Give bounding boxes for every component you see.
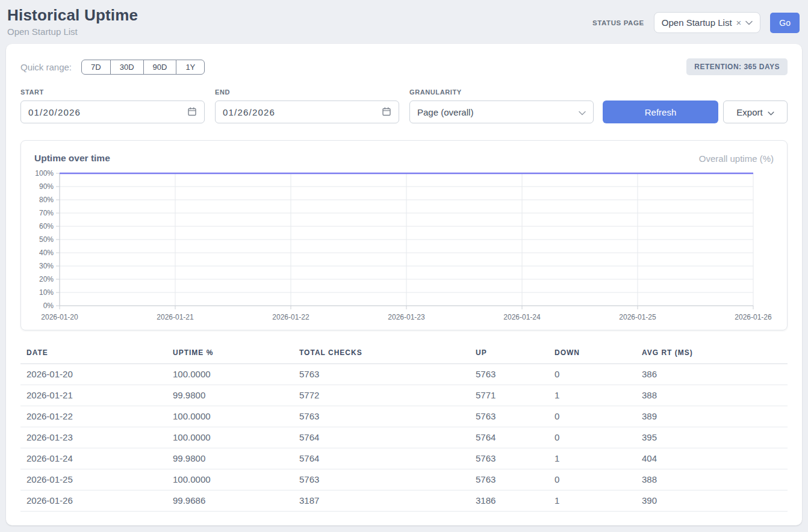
svg-text:60%: 60% (39, 222, 54, 230)
table-cell: 388 (636, 469, 788, 490)
table-cell: 0 (549, 427, 636, 448)
chevron-down-icon (579, 107, 586, 117)
quick-range-7d[interactable]: 7D (81, 60, 111, 75)
status-page-select[interactable]: Open Startup List × (654, 12, 761, 33)
table-cell: 1 (549, 385, 636, 406)
table-cell: 100.0000 (167, 469, 293, 490)
table-cell: 5763 (470, 406, 549, 427)
table-cell: 395 (636, 427, 788, 448)
table-cell: 3186 (470, 490, 549, 512)
svg-text:2026-01-23: 2026-01-23 (388, 313, 425, 321)
table-cell: 0 (549, 364, 636, 385)
chart-title: Uptime over time (34, 153, 110, 164)
table-cell: 5763 (470, 448, 549, 469)
chart-axis-labels: 0%10%20%30%40%50%60%70%80%90%100%2026-01… (35, 169, 772, 321)
table-cell: 0 (549, 406, 636, 427)
table-cell: 5763 (293, 406, 470, 427)
start-date-field: START 01/20/2026 (20, 88, 205, 123)
table-cell: 5763 (470, 364, 549, 385)
table-cell: 2026-01-25 (20, 469, 167, 490)
svg-text:70%: 70% (39, 209, 54, 217)
chart-header: Uptime over time Overall uptime (%) (33, 153, 775, 164)
table-cell: 100.0000 (167, 427, 293, 448)
table-cell: 1 (549, 448, 636, 469)
table-cell: 100.0000 (167, 406, 293, 427)
table-cell: 0 (549, 469, 636, 490)
go-button[interactable]: Go (770, 13, 800, 33)
quick-range-group: 7D30D90D1Y (81, 60, 205, 75)
granularity-select[interactable]: Page (overall) (409, 101, 594, 123)
svg-text:20%: 20% (39, 275, 54, 283)
table-row: 2026-01-2499.9800576457631404 (20, 448, 788, 469)
svg-text:2026-01-20: 2026-01-20 (41, 313, 78, 321)
svg-text:50%: 50% (39, 235, 54, 244)
end-date-input[interactable]: 01/26/2026 (215, 101, 399, 123)
quick-range-label: Quick range: (20, 62, 72, 72)
table-cell: 5764 (470, 427, 549, 448)
quick-range-30d[interactable]: 30D (110, 60, 144, 75)
column-header-uptime: UPTIME % (167, 345, 293, 364)
export-button[interactable]: Export (723, 101, 788, 123)
end-label: END (215, 88, 399, 96)
table-row: 2026-01-2199.9800577257711388 (20, 385, 788, 406)
svg-text:2026-01-25: 2026-01-25 (619, 313, 656, 321)
chevron-down-icon (745, 20, 753, 25)
table-cell: 388 (636, 385, 788, 406)
svg-text:100%: 100% (35, 169, 54, 178)
clear-selection-icon[interactable]: × (736, 18, 742, 27)
table-cell: 404 (636, 448, 788, 469)
table-row: 2026-01-23100.0000576457640395 (20, 427, 788, 448)
table-cell: 2026-01-20 (20, 364, 167, 385)
svg-text:2026-01-22: 2026-01-22 (272, 313, 309, 321)
status-page-selected-value: Open Startup List (662, 17, 732, 28)
table-cell: 99.9800 (167, 448, 293, 469)
refresh-button[interactable]: Refresh (603, 101, 718, 123)
table-row: 2026-01-20100.0000576357630386 (20, 364, 788, 385)
table-cell: 5763 (293, 364, 470, 385)
page-title: Historical Uptime (7, 6, 138, 25)
uptime-chart-card: Uptime over time Overall uptime (%) 0%10… (20, 140, 788, 330)
calendar-icon[interactable] (382, 107, 391, 118)
svg-text:0%: 0% (43, 302, 54, 310)
table-cell: 2026-01-22 (20, 406, 167, 427)
table-cell: 3187 (293, 490, 470, 512)
table-cell: 5764 (293, 448, 470, 469)
svg-text:10%: 10% (39, 288, 54, 297)
table-cell: 5772 (293, 385, 470, 406)
start-date-input[interactable]: 01/20/2026 (20, 101, 205, 123)
start-date-value: 01/20/2026 (28, 107, 81, 117)
granularity-selected-value: Page (overall) (417, 107, 473, 117)
table-cell: 389 (636, 406, 788, 427)
end-date-field: END 01/26/2026 (215, 88, 399, 123)
column-header-date: DATE (20, 345, 167, 364)
page-subtitle: Open Startup List (7, 26, 138, 37)
export-button-label: Export (736, 107, 762, 117)
table-cell: 5764 (293, 427, 470, 448)
table-cell: 1 (549, 490, 636, 512)
svg-text:2026-01-21: 2026-01-21 (157, 313, 194, 321)
table-cell: 5763 (293, 469, 470, 490)
chart-axes (56, 173, 753, 309)
quick-range-90d[interactable]: 90D (143, 60, 177, 75)
table-cell: 5771 (470, 385, 549, 406)
table-row: 2026-01-22100.0000576357630389 (20, 406, 788, 427)
granularity-label: GRANULARITY (409, 88, 594, 96)
calendar-icon[interactable] (187, 107, 197, 118)
column-header-total-checks: TOTAL CHECKS (293, 345, 470, 364)
uptime-table-wrap: DATEUPTIME %TOTAL CHECKSUPDOWNAVG RT (MS… (20, 345, 788, 512)
column-header-down: DOWN (549, 345, 636, 364)
page-header: Historical Uptime Open Startup List STAT… (0, 0, 808, 44)
svg-text:2026-01-26: 2026-01-26 (735, 313, 772, 321)
main-panel: Quick range: 7D30D90D1Y RETENTION: 365 D… (6, 44, 802, 525)
table-cell: 2026-01-24 (20, 448, 167, 469)
quick-range-1y[interactable]: 1Y (176, 60, 205, 75)
header-controls: STATUS PAGE Open Startup List × Go (592, 12, 800, 33)
table-cell: 5763 (470, 469, 549, 490)
controls-row: START 01/20/2026 END 01/26/2026 GRANULAR… (20, 88, 788, 123)
table-cell: 2026-01-23 (20, 427, 167, 448)
granularity-field: GRANULARITY Page (overall) (409, 88, 594, 123)
chart-gridlines (60, 173, 753, 306)
table-cell: 2026-01-26 (20, 490, 167, 512)
uptime-table: DATEUPTIME %TOTAL CHECKSUPDOWNAVG RT (MS… (20, 345, 788, 512)
table-row: 2026-01-2699.9686318731861390 (20, 490, 788, 512)
